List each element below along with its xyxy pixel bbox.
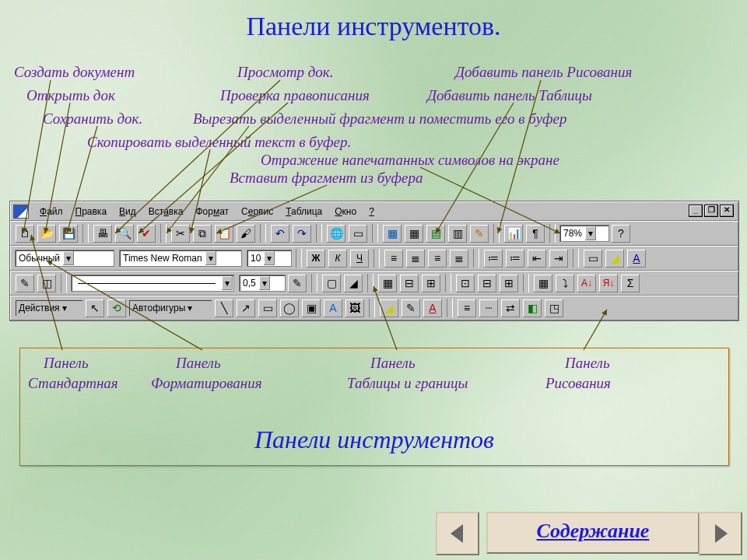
select-button[interactable]: ↖ (85, 299, 105, 318)
linestyle-button[interactable]: ≡ (457, 299, 477, 318)
showhide-button[interactable]: ¶ (525, 224, 545, 243)
tables-button[interactable]: ▦ (382, 224, 402, 243)
outdent-button[interactable]: ⇤ (527, 249, 547, 268)
menu-insert[interactable]: Вставка (142, 204, 190, 219)
oval-button[interactable]: ◯ (279, 299, 300, 318)
prev-button[interactable] (436, 512, 479, 555)
inserttable-button[interactable]: ▦ (377, 274, 398, 293)
excel-button[interactable]: ▤ (426, 224, 446, 243)
fill-button[interactable]: ◢ (379, 299, 399, 318)
fontcolor-button2[interactable]: A (423, 299, 443, 318)
save-button[interactable]: 💾 (58, 224, 79, 243)
borders-button[interactable]: ▭ (583, 249, 603, 268)
merge-button[interactable]: ⊟ (399, 274, 419, 293)
align-center-button[interactable]: ≣ (405, 249, 426, 268)
redo-icon: ↷ (297, 228, 307, 239)
split-button[interactable]: ⊞ (421, 274, 441, 293)
line-button[interactable]: ╲ (214, 299, 234, 318)
fillcolor-button[interactable]: ◢ (343, 274, 363, 293)
align-just-button[interactable]: ≣ (449, 249, 469, 268)
label-paste: Вставит фрагмент из буфера (230, 170, 423, 187)
print-button[interactable]: 🖶 (93, 224, 113, 243)
help-button[interactable]: ? (611, 224, 631, 243)
zoom-combo[interactable]: 78%▾ (559, 225, 609, 242)
menu-file[interactable]: Файл (33, 204, 69, 219)
bordercolor-button[interactable]: ✎ (287, 274, 307, 293)
wordart-button[interactable]: A (323, 299, 343, 318)
numlist-button[interactable]: ≔ (483, 249, 503, 268)
menu-edit[interactable]: Правка (69, 204, 114, 219)
linecolor-button[interactable]: ✎ (401, 299, 421, 318)
indent-button[interactable]: ⇥ (549, 249, 569, 268)
menu-view[interactable]: Вид (113, 204, 142, 219)
fontcolor-button[interactable]: A (626, 249, 647, 268)
next-button[interactable] (699, 512, 742, 555)
highlight-button[interactable]: ◢ (605, 249, 625, 268)
shadow-button[interactable]: ◧ (522, 299, 542, 318)
outside-border-button[interactable]: ▢ (321, 274, 342, 293)
fmtpaint-button[interactable]: 🖌 (236, 224, 256, 243)
restore-button[interactable]: ❐ (704, 205, 718, 217)
font-combo[interactable]: Times New Roman▾ (119, 250, 242, 267)
autosum-button[interactable]: Σ (620, 274, 640, 293)
undo-button[interactable]: ↶ (270, 224, 290, 243)
insert-table-button[interactable]: ▦ (404, 224, 424, 243)
bullist-button[interactable]: ≔ (505, 249, 525, 268)
clipart-button[interactable]: 🖼 (345, 299, 365, 318)
style-combo[interactable]: Обычный▾ (15, 250, 114, 267)
underline-button[interactable]: Ч (349, 249, 370, 268)
paste-icon: 📋 (218, 228, 231, 239)
spell-button[interactable]: ✔ (136, 224, 156, 243)
arrow-button[interactable]: ↗ (236, 299, 256, 318)
rect-button[interactable]: ▭ (258, 299, 278, 318)
rotate-button[interactable]: ⟲ (107, 299, 127, 318)
textbox-button[interactable]: ▣ (301, 299, 321, 318)
new-button[interactable]: 🗋 (15, 224, 35, 243)
actions-menu[interactable]: Действия▾ (15, 299, 83, 317)
distribute-rows-button[interactable]: ⊟ (477, 274, 497, 293)
dashstyle-button[interactable]: ┈ (479, 299, 499, 318)
redo-button[interactable]: ↷ (292, 224, 312, 243)
eraser-button[interactable]: ◫ (37, 274, 57, 293)
link-button[interactable]: 🌐 (326, 224, 346, 243)
contents-button[interactable]: Содержание (486, 512, 700, 554)
webbar-button[interactable]: ▭ (348, 224, 368, 243)
close-button[interactable]: ✕ (720, 205, 734, 217)
italic-button[interactable]: К (328, 249, 348, 268)
copy-button[interactable]: ⧉ (192, 224, 212, 243)
sort-desc-button[interactable]: Я↓ (598, 274, 619, 293)
open-button[interactable]: 📂 (37, 224, 57, 243)
label-spell: Проверка правописания (220, 87, 370, 104)
bold-icon: Ж (312, 253, 321, 264)
linestyle-combo[interactable]: ▾ (71, 275, 234, 292)
size-combo[interactable]: 10▾ (247, 250, 292, 267)
rect-icon: ▭ (263, 303, 273, 313)
arrow-icon: ↗ (241, 303, 251, 313)
menu-tools[interactable]: Сервис (235, 204, 279, 219)
menu-help[interactable]: ? (363, 204, 381, 219)
3d-button[interactable]: ◳ (544, 299, 564, 318)
lineweight-combo[interactable]: 0,5▾ (239, 275, 286, 292)
menu-window[interactable]: Окно (328, 204, 363, 219)
autoshapes-menu[interactable]: Автофигуры▾ (128, 299, 212, 317)
align-left-button[interactable]: ≡ (384, 249, 404, 268)
paste-button[interactable]: 📋 (214, 224, 234, 243)
menu-table[interactable]: Таблица (279, 204, 328, 219)
preview-button[interactable]: 🔍 (114, 224, 135, 243)
text-direction-button[interactable]: ⤵ (555, 274, 575, 293)
bullist-icon: ≔ (510, 253, 521, 264)
align-right-button[interactable]: ≡ (427, 249, 447, 268)
distribute-cols-button[interactable]: ⊞ (499, 274, 519, 293)
bold-button[interactable]: Ж (306, 249, 326, 268)
cut-button[interactable]: ✂ (170, 224, 191, 243)
drawing-button[interactable]: ✎ (469, 224, 489, 243)
chart-button[interactable]: 📊 (503, 224, 524, 243)
columns-button[interactable]: ▥ (447, 224, 468, 243)
menu-format[interactable]: Формат (189, 204, 235, 219)
minimize-button[interactable]: _ (689, 205, 703, 217)
align-top-button[interactable]: ⊡ (455, 274, 475, 293)
sort-asc-button[interactable]: A↓ (577, 274, 597, 293)
arrowstyle-button[interactable]: ⇄ (500, 299, 521, 318)
drawtable-button[interactable]: ✎ (15, 274, 35, 293)
autoformat-button[interactable]: ▦ (533, 274, 553, 293)
